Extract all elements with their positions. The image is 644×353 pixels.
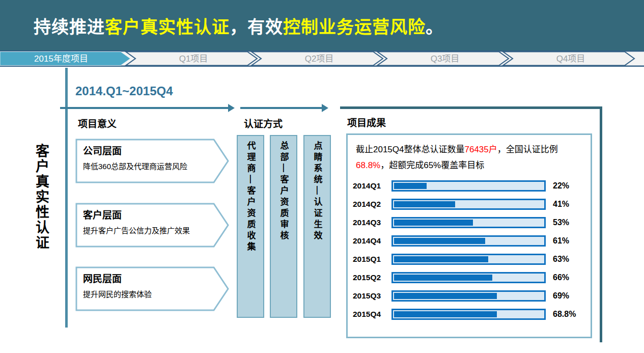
results-summary: 截止2015Q4整体总认证数量76435户，全国认证比例68.8%，超额完成65… <box>356 142 582 174</box>
title-segment-1: 持续推进 <box>34 17 105 37</box>
bar-value-label: 41% <box>553 200 569 209</box>
bar-category-label: 2014Q4 <box>353 236 391 246</box>
meaning-box-desc: 降低360总部及代理商运营风险 <box>83 160 187 171</box>
bar-value-label: 53% <box>553 218 569 227</box>
bar-value-label: 66% <box>553 273 569 282</box>
bar-value-label: 63% <box>553 255 569 264</box>
method-column-hq: 总部—客户资质审核 <box>270 135 297 318</box>
title-segment-4: 控制业务运营风险 <box>283 17 426 37</box>
timeline-step-q4[interactable]: Q4项目 <box>503 52 634 66</box>
timeline-step-annual-label[interactable]: 2015年度项目 <box>34 54 88 64</box>
results-frame-top <box>340 106 602 109</box>
meaning-box-title: 客户层面 <box>83 207 190 221</box>
bar-category-label: 2015Q1 <box>353 255 391 264</box>
bar-fill <box>394 220 473 226</box>
timeline-nav: 2015年度项目 Q1项目 Q2项目 Q3项目 Q4项目 <box>0 50 644 67</box>
timeline-step-q3[interactable]: Q3项目 <box>377 52 509 66</box>
timeline-step-annual[interactable]: 2015年度项目 <box>0 52 130 66</box>
bar-value-label: 22% <box>553 181 569 191</box>
summary-segment-1: 截止2015Q4整体总认证数量 <box>356 145 465 154</box>
bar-track <box>391 199 546 210</box>
timeline-step-q4-label[interactable]: Q4项目 <box>556 54 585 64</box>
flow-arrow-1 <box>60 107 228 109</box>
summary-segment-3: ，超额完成65%覆盖率目标 <box>380 160 484 170</box>
results-bar-chart: 2014Q1 22% 2014Q2 41% 2014Q3 53% 2014Q4 … <box>353 180 585 320</box>
bar-category-label: 2014Q1 <box>353 181 391 191</box>
bar-category-label: 2014Q3 <box>353 218 391 227</box>
bar-track <box>391 309 546 320</box>
bar-track <box>391 290 546 302</box>
meaning-box-customer: 客户层面 提升客户广告公信力及推广效果 <box>75 203 229 248</box>
bar-row: 2014Q2 41% <box>353 199 585 210</box>
bar-row: 2015Q1 63% <box>353 254 585 265</box>
bar-fill <box>394 275 492 281</box>
slide-root: 持续推进客户真实性认证，有效控制业务运营风险。 2015年度项目 Q1项目 Q2… <box>0 0 644 353</box>
bar-row: 2015Q3 69% <box>353 290 585 302</box>
bar-category-label: 2014Q2 <box>353 200 391 209</box>
timeline-step-q1-label[interactable]: Q1项目 <box>179 54 208 64</box>
bar-track <box>391 272 546 283</box>
bar-value-label: 61% <box>553 236 569 246</box>
bar-category-label: 2015Q3 <box>353 291 391 301</box>
bar-fill <box>394 293 497 299</box>
method-column-agent: 代理商—客户资质收集 <box>237 135 264 318</box>
timeline-step-q1[interactable]: Q1项目 <box>126 52 257 66</box>
bar-fill <box>394 256 488 262</box>
method-column-label: 总部—客户资质审核 <box>277 136 290 317</box>
method-column-system: 点睛系统—认证生效 <box>303 135 331 318</box>
timeline-step-q2-label[interactable]: Q2项目 <box>305 54 334 64</box>
bar-fill <box>394 311 497 317</box>
slide-header: 持续推进客户真实性认证，有效控制业务运营风险。 <box>0 0 644 50</box>
meaning-box-company: 公司层面 降低360总部及代理商运营风险 <box>75 139 229 183</box>
title-segment-5: 。 <box>426 17 443 37</box>
title-segment-3: ，有效 <box>230 17 283 37</box>
method-column-label: 代理商—客户资质收集 <box>244 136 257 317</box>
results-panel: 截止2015Q4整体总认证数量76435户，全国认证比例68.8%，超额完成65… <box>346 133 592 338</box>
results-frame-right <box>600 106 602 342</box>
bar-row: 2014Q1 22% <box>353 180 585 192</box>
bar-track <box>391 235 546 247</box>
summary-highlight-ratio: 68.8% <box>356 160 380 170</box>
timeline-step-q2[interactable]: Q2项目 <box>251 52 383 66</box>
period-label: 2014.Q1~2015Q4 <box>75 84 173 98</box>
bar-track <box>391 180 546 192</box>
timeline-step-q3-label[interactable]: Q3项目 <box>431 54 460 64</box>
bar-value-label: 69% <box>553 291 569 301</box>
bar-category-label: 2015Q2 <box>353 273 391 282</box>
meaning-box-desc: 提升客户广告公信力及推广效果 <box>83 225 190 235</box>
bar-track <box>391 254 546 265</box>
left-vertical-title: 客户真实性认证 <box>32 144 51 251</box>
section-label-result: 项目成果 <box>347 115 386 129</box>
bar-track <box>391 217 546 228</box>
bar-fill <box>394 201 455 207</box>
bar-fill <box>394 238 485 244</box>
bar-value-label: 68.8% <box>553 310 576 319</box>
bar-row: 2014Q3 53% <box>353 217 585 228</box>
bar-category-label: 2015Q4 <box>353 310 391 319</box>
bar-row: 2014Q4 61% <box>353 235 585 247</box>
page-title: 持续推进客户真实性认证，有效控制业务运营风险。 <box>34 13 443 38</box>
bar-fill <box>394 183 427 189</box>
meaning-box-title: 网民层面 <box>83 271 152 285</box>
section-label-method: 认证方式 <box>244 116 283 130</box>
summary-segment-2: ，全国认证比例 <box>497 145 558 154</box>
bar-row: 2015Q2 66% <box>353 272 585 283</box>
section-label-meaning: 项目意义 <box>78 116 117 130</box>
bar-row: 2015Q4 68.8% <box>353 309 585 320</box>
meaning-box-title: 公司层面 <box>83 143 187 157</box>
method-column-label: 点睛系统—认证生效 <box>311 136 324 317</box>
meaning-box-netizen: 网民层面 提升网民的搜索体验 <box>75 266 229 311</box>
flow-arrow-2 <box>240 107 322 109</box>
summary-highlight-total: 76435户 <box>465 145 497 154</box>
meaning-box-desc: 提升网民的搜索体验 <box>83 288 152 299</box>
title-segment-2: 客户真实性认证 <box>105 17 230 37</box>
